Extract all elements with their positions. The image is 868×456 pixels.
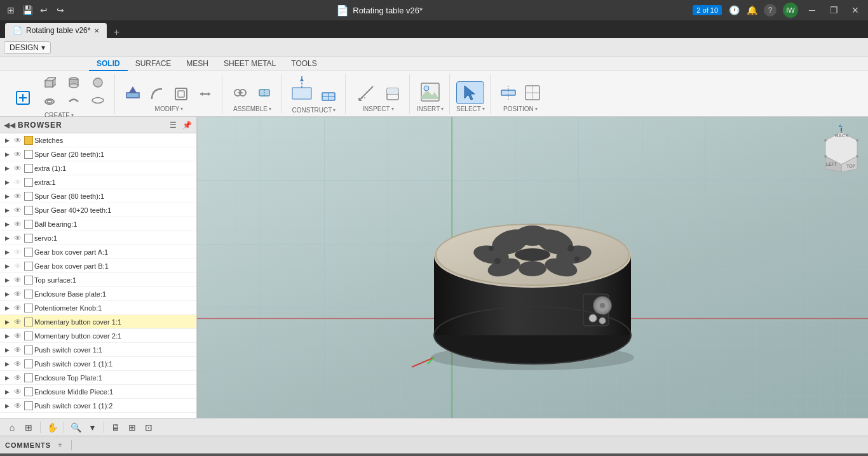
expand-icon[interactable]: ▶ — [3, 276, 11, 285]
create-box-button[interactable] — [38, 74, 61, 91]
clock-icon[interactable]: 🕐 — [728, 4, 740, 16]
app-menu-icon[interactable]: ⊞ — [5, 4, 17, 16]
cube-nav-svg[interactable]: Z BACK TOP LEFT — [816, 124, 867, 175]
visibility-icon[interactable]: 👁 — [13, 163, 23, 173]
browser-item-push-3[interactable]: ▶ 👁 Push switch cover 1 (1):2 — [0, 399, 196, 413]
viewport[interactable]: Z BACK TOP LEFT — [197, 117, 868, 418]
expand-icon[interactable]: ▶ — [3, 164, 11, 173]
minimize-button[interactable]: ─ — [804, 4, 820, 17]
modify-press-pull-button[interactable] — [121, 81, 144, 104]
assemble-arrow-icon[interactable]: ▾ — [269, 106, 271, 112]
expand-icon[interactable]: ▶ — [3, 401, 11, 410]
comments-add-icon[interactable]: + — [53, 439, 66, 452]
expand-icon[interactable]: ▶ — [3, 192, 11, 201]
browser-item-sketches[interactable]: ▶ 👁 Sketches — [0, 133, 196, 147]
modify-shell-button[interactable] — [170, 84, 193, 104]
browser-item-momentary-2[interactable]: ▶ 👁 Momentary button cover 2:1 — [0, 329, 196, 343]
visibility-icon[interactable]: 👁 — [13, 317, 23, 327]
vp-grid-icon[interactable]: ⊞ — [125, 420, 139, 434]
help-icon[interactable]: ? — [764, 4, 776, 17]
vp-home-icon[interactable]: ⌂ — [5, 420, 19, 434]
expand-icon[interactable]: ▶ — [3, 262, 11, 271]
construct-arrow-icon[interactable]: ▾ — [333, 107, 336, 113]
visibility-icon[interactable]: 👁 — [13, 191, 23, 201]
browser-item-0[interactable]: ▶ 👁 Spur Gear (20 teeth):1 — [0, 147, 196, 161]
create-coil-button[interactable] — [86, 93, 109, 111]
expand-icon[interactable]: ▶ — [3, 206, 11, 215]
vp-pan-icon[interactable]: ✋ — [45, 420, 59, 434]
visibility-icon[interactable]: 👁 — [13, 233, 23, 243]
design-menu-button[interactable]: DESIGN ▾ — [4, 41, 51, 54]
create-sphere-button[interactable] — [86, 74, 109, 91]
browser-item-11[interactable]: ▶ 👁 Potentiometer Knob:1 — [0, 301, 196, 315]
vp-view-icon[interactable]: 🖥 — [109, 420, 123, 434]
browser-item-momentary-1[interactable]: ▶ 👁 Momentary button cover 1:1 — [0, 315, 196, 329]
assemble-rigid-button[interactable] — [253, 81, 276, 104]
browser-item-10[interactable]: ▶ 👁 Enclosure Base plate:1 — [0, 287, 196, 301]
tab-mesh[interactable]: MESH — [179, 57, 216, 71]
visibility-icon[interactable]: 👁 — [13, 247, 23, 257]
browser-item-enc-top[interactable]: ▶ 👁 Enclosure Top Plate:1 — [0, 371, 196, 385]
visibility-icon[interactable]: 👁 — [13, 373, 23, 383]
browser-menu-icon[interactable]: ☰ — [167, 119, 179, 131]
expand-icon[interactable]: ▶ — [3, 304, 11, 312]
select-button[interactable] — [456, 81, 484, 104]
visibility-icon[interactable]: 👁 — [13, 387, 23, 397]
expand-icon[interactable]: ▶ — [3, 359, 11, 368]
bell-icon[interactable]: 🔔 — [746, 4, 757, 16]
visibility-icon[interactable]: 👁 — [13, 205, 23, 215]
expand-sketches-icon[interactable]: ▶ — [3, 136, 11, 145]
browser-item-5[interactable]: ▶ 👁 Ball bearing:1 — [0, 217, 196, 231]
modify-arrow-icon[interactable]: ▾ — [180, 106, 183, 112]
browser-item-4[interactable]: ▶ 👁 Spur Gear 40+20 teeth:1 — [0, 203, 196, 217]
assemble-joint-button[interactable] — [229, 81, 252, 104]
browser-item-enc-mid[interactable]: ▶ 👁 Enclosure Middle Piece:1 — [0, 385, 196, 399]
vp-zoom-icon[interactable]: 🔍 — [69, 420, 83, 434]
browser-item-push-1[interactable]: ▶ 👁 Push switch cover 1:1 — [0, 343, 196, 357]
tab-tools[interactable]: TOOLS — [283, 57, 324, 71]
construct-main-button[interactable] — [288, 74, 316, 105]
browser-pin-icon[interactable]: 📌 — [181, 119, 193, 131]
position-arrow-icon[interactable]: ▾ — [535, 106, 538, 112]
vp-zoom-arrow-icon[interactable]: ▾ — [85, 420, 99, 434]
visibility-icon[interactable]: 👁 — [13, 219, 23, 229]
user-avatar[interactable]: IW — [783, 3, 798, 18]
browser-item-7[interactable]: ▶ 👁 Gear box cover part A:1 — [0, 245, 196, 259]
construct-plane-button[interactable] — [317, 85, 340, 105]
inspect-arrow-icon[interactable]: ▾ — [391, 106, 394, 112]
expand-icon[interactable]: ▶ — [3, 178, 11, 187]
create-pipe-button[interactable] — [62, 93, 85, 111]
modify-fillet-button[interactable] — [146, 84, 168, 104]
expand-icon[interactable]: ▶ — [3, 373, 11, 382]
view-cube[interactable]: Z BACK TOP LEFT — [816, 124, 860, 169]
insert-arrow-icon[interactable]: ▾ — [441, 106, 444, 112]
create-torus-button[interactable] — [38, 93, 61, 111]
expand-icon[interactable]: ▶ — [3, 234, 11, 243]
undo-icon[interactable]: ↩ — [38, 4, 50, 16]
visibility-icon[interactable]: 👁 — [13, 345, 23, 355]
browser-item-8[interactable]: ▶ 👁 Gear box cover part B:1 — [0, 259, 196, 273]
tab-close-icon[interactable]: ✕ — [94, 27, 99, 34]
expand-icon[interactable]: ▶ — [3, 332, 11, 340]
vp-fit-icon[interactable]: ⊞ — [22, 420, 36, 434]
vp-render-icon[interactable]: ⊡ — [142, 420, 156, 434]
expand-icon[interactable]: ▶ — [3, 248, 11, 257]
visibility-icon[interactable]: 👁 — [13, 303, 23, 313]
viewport-canvas[interactable]: Z BACK TOP LEFT — [197, 117, 868, 418]
position-capture-button[interactable] — [521, 81, 544, 104]
create-cylinder-button[interactable] — [62, 74, 85, 91]
position-align-button[interactable] — [497, 81, 520, 104]
active-tab[interactable]: 📄 Rotating table v26* ✕ — [5, 23, 107, 38]
inspect-measure-button[interactable] — [352, 83, 380, 104]
redo-icon[interactable]: ↪ — [55, 4, 66, 16]
create-main-button[interactable] — [9, 86, 37, 111]
visibility-icon[interactable]: 👁 — [13, 359, 23, 369]
modify-scale-button[interactable] — [194, 84, 217, 104]
visibility-icon[interactable]: 👁 — [13, 149, 23, 159]
visibility-icon[interactable]: 👁 — [13, 289, 23, 299]
expand-icon[interactable]: ▶ — [3, 345, 11, 354]
visibility-icon[interactable]: 👁 — [13, 331, 23, 341]
insert-image-button[interactable] — [416, 80, 444, 104]
inspect-section-button[interactable] — [381, 84, 404, 104]
tab-sheet-metal[interactable]: SHEET METAL — [216, 57, 283, 71]
